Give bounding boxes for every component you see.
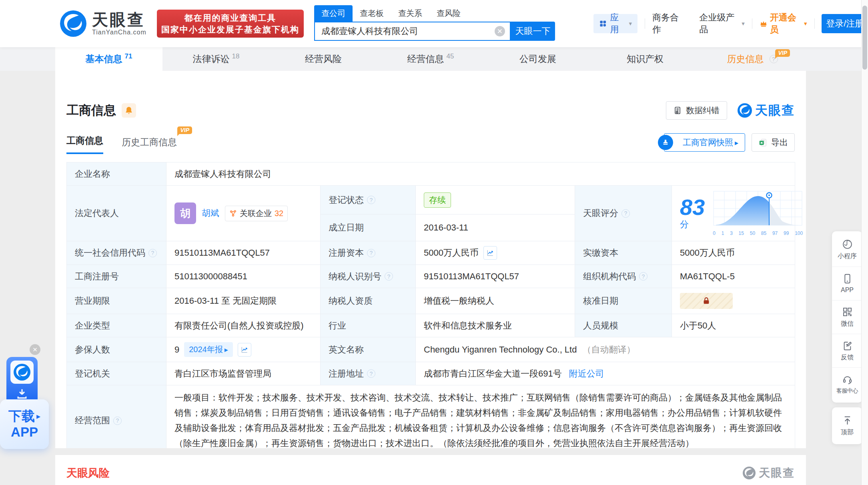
help-icon[interactable] xyxy=(367,249,375,257)
score-unit: 分 xyxy=(680,219,689,229)
related-companies-badge[interactable]: 关联企业 32 xyxy=(225,206,288,221)
table-row: 企业名称 成都壹镓人科技有限公司 xyxy=(67,162,795,186)
annual-report-badge[interactable]: 2024年报 xyxy=(184,342,233,357)
table-row: 登记机关 青白江区市场监督管理局 注册地址 成都市青白江区华金大道一段691号 … xyxy=(67,362,795,385)
subtab-business-info[interactable]: 工商信息 xyxy=(66,134,103,154)
nearby-companies-link[interactable]: 附近公司 xyxy=(569,369,604,379)
bell-icon xyxy=(124,106,133,115)
official-snapshot-button[interactable]: 工商官网快照 xyxy=(664,133,745,152)
business-scope-value: 一般项目：软件开发；技术服务、技术开发、技术咨询、技术交流、技术转让、技术推广；… xyxy=(166,385,795,449)
app-logo-card xyxy=(10,361,34,384)
tianyancha-logo[interactable]: 天眼查 TianYanCha.com xyxy=(60,10,146,37)
legal-rep-avatar[interactable]: 胡 xyxy=(174,202,196,224)
stamp-icon xyxy=(658,135,673,150)
help-icon[interactable] xyxy=(385,272,393,281)
miniprogram-icon xyxy=(842,239,853,250)
app-download-widget[interactable] xyxy=(6,357,38,406)
search-input[interactable] xyxy=(321,26,495,36)
search-tab-relation[interactable]: 查关系 xyxy=(391,5,429,22)
brand-swirl-icon xyxy=(738,103,752,118)
table-row: 统一社会信用代码 91510113MA61TQQL57 注册资本 5000万人民… xyxy=(67,241,795,265)
staff-size-label: 人员规模 xyxy=(575,314,672,337)
tab-operation-risk[interactable]: 经营风险 xyxy=(270,47,377,71)
sidebar-item-app[interactable]: APP xyxy=(832,267,862,300)
back-to-top-button[interactable]: 顶部 xyxy=(832,409,862,443)
export-button[interactable]: 导出 xyxy=(752,133,795,152)
legal-rep-link[interactable]: 胡斌 xyxy=(202,207,219,219)
vip-locked-value[interactable] xyxy=(680,293,733,309)
nav-membership[interactable]: 开通会员 ▾ xyxy=(760,12,807,36)
tab-operation-info[interactable]: 经营信息 45 xyxy=(377,47,484,71)
search-button[interactable]: 天眼一下 xyxy=(511,22,555,41)
company-type-value: 有限责任公司(自然人投资或控股) xyxy=(166,314,321,337)
footer-watermark-logo: 天眼查 xyxy=(743,465,795,481)
legal-rep-cell: 胡 胡斌 关联企业 32 xyxy=(166,186,321,241)
business-scope-label: 经营范围 xyxy=(67,385,166,449)
risk-section: 天眼风险 天眼查 xyxy=(55,455,806,485)
org-code-label: 组织机构代码 xyxy=(575,265,672,288)
search-tab-risk[interactable]: 查风险 xyxy=(429,5,468,22)
approval-date-cell xyxy=(672,288,795,314)
logo-title: 天眼查 xyxy=(92,11,146,28)
back-to-top-label: 顶部 xyxy=(841,428,854,437)
reg-number-value: 510113000088451 xyxy=(166,265,321,288)
close-widget-icon[interactable]: ✕ xyxy=(30,344,40,355)
nav-cooperation[interactable]: 商务合作 xyxy=(652,12,685,36)
score-distribution-chart[interactable]: 01 315 5085 9799 100 xyxy=(713,190,803,236)
sidebar-item-customer-service[interactable]: 客服中心 xyxy=(832,367,862,401)
phone-icon xyxy=(842,273,853,284)
address-value: 成都市青白江区华金大道一段691号 xyxy=(424,369,562,379)
download-label: 下载 xyxy=(8,408,35,424)
data-correction-button[interactable]: 数据纠错 xyxy=(666,101,727,120)
tab-intellectual-property[interactable]: 知识产权 xyxy=(591,47,699,71)
apps-label: 应用 xyxy=(610,12,625,36)
caret-down-icon: ▾ xyxy=(629,20,632,27)
sidebar-item-wechat[interactable]: 微信 xyxy=(832,300,862,334)
monitor-bell-button[interactable] xyxy=(122,103,136,118)
business-info-table: 企业名称 成都壹镓人科技有限公司 法定代表人 胡 胡斌 关联企业 32 xyxy=(66,162,795,448)
org-code-value: MA61TQQL-5 xyxy=(672,265,795,288)
insured-count-label: 参保人数 xyxy=(67,337,166,362)
status-badge: 存续 xyxy=(424,192,451,208)
divider xyxy=(752,18,752,29)
sidebar-item-feedback[interactable]: 反馈 xyxy=(832,334,862,367)
tab-company-development[interactable]: 公司发展 xyxy=(484,47,591,71)
slogan-banner: 都在用的商业查询工具 国家中小企业发展子基金旗下机构 xyxy=(157,10,304,38)
subtab-row: 工商信息 VIP 历史工商信息 工商官网快照 xyxy=(66,133,795,154)
watermark-logo: 天眼查 xyxy=(738,102,795,119)
clear-search-icon[interactable]: ✕ xyxy=(495,26,505,36)
scrollbar-thumb[interactable] xyxy=(862,6,867,70)
help-icon[interactable] xyxy=(621,209,630,218)
insured-trend-button[interactable] xyxy=(238,343,251,357)
capital-trend-button[interactable] xyxy=(483,246,497,260)
tab-history-info[interactable]: VIP 历史信息 xyxy=(699,47,806,71)
download-app-button[interactable]: 下载 APP xyxy=(0,399,49,449)
help-icon[interactable] xyxy=(639,272,647,281)
help-icon[interactable] xyxy=(148,249,157,257)
score-widget[interactable]: 83分 xyxy=(680,190,787,236)
help-icon[interactable] xyxy=(367,369,375,378)
apps-menu[interactable]: 应用 ▾ xyxy=(593,14,637,33)
address-label: 注册地址 xyxy=(321,362,416,385)
score-value: 83 xyxy=(680,194,705,220)
trend-chart-icon xyxy=(486,249,494,257)
search-tab-company[interactable]: 查公司 xyxy=(314,5,353,22)
page-scrollbar xyxy=(861,0,868,485)
tab-basic-info[interactable]: 基本信息 71 xyxy=(55,47,162,71)
search-tab-boss[interactable]: 查老板 xyxy=(353,5,391,22)
download-icon xyxy=(15,387,29,401)
arrow-right-icon xyxy=(225,345,228,354)
membership-label: 开通会员 xyxy=(770,12,802,36)
business-info-card: 工商信息 数据纠错 xyxy=(55,71,806,448)
tab-legal-litigation[interactable]: 法律诉讼 18 xyxy=(162,47,270,71)
insured-count-value: 9 xyxy=(174,345,179,355)
enterprise-label: 企业级产品 xyxy=(700,12,740,36)
insured-count-cell: 9 2024年报 xyxy=(166,337,321,362)
related-count: 32 xyxy=(275,209,283,218)
help-icon[interactable] xyxy=(113,417,122,425)
caret-down-icon: ▾ xyxy=(742,20,745,27)
sidebar-item-miniprogram[interactable]: 小程序 xyxy=(832,233,862,267)
help-icon[interactable] xyxy=(367,196,375,204)
nav-enterprise[interactable]: 企业级产品 ▾ xyxy=(700,12,745,36)
subtab-history-business-info[interactable]: VIP 历史工商信息 xyxy=(122,136,177,154)
